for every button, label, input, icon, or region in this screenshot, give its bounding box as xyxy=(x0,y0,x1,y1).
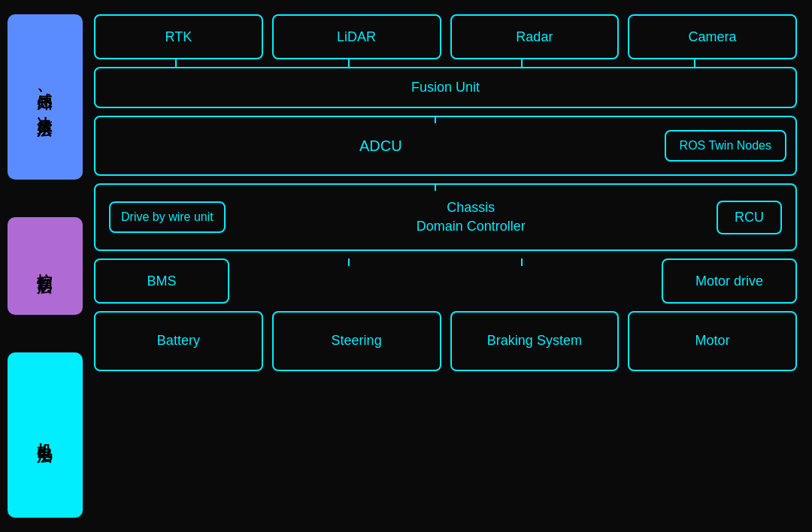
lidar-label: LiDAR xyxy=(337,29,376,45)
rtk-box: RTK xyxy=(94,14,263,59)
braking-label: Braking System xyxy=(487,332,582,349)
motor-drive-label: Motor drive xyxy=(695,274,763,289)
chassis-label-line1: Chassis xyxy=(447,200,495,215)
chassis-row: Drive by wire unit Chassis Domain Contro… xyxy=(94,183,797,251)
steering-label: Steering xyxy=(332,332,382,349)
radar-label: Radar xyxy=(516,29,553,45)
bms-label: BMS xyxy=(147,274,176,289)
fusion-label: Fusion Unit xyxy=(411,80,480,95)
ros-label: ROS Twin Nodes xyxy=(680,139,771,153)
rtk-label: RTK xyxy=(165,29,192,45)
battery-label: Battery xyxy=(157,332,200,349)
perception-label: 感知、决策层 xyxy=(35,80,56,113)
row-bms: BMS Motor drive xyxy=(94,258,797,304)
motor-drive-box: Motor drive xyxy=(662,258,797,304)
row-bottom: Battery Steering Braking System Motor xyxy=(94,311,797,371)
lidar-box: LiDAR xyxy=(272,14,441,59)
control-label: 控制层 xyxy=(35,261,56,271)
chassis-label: Chassis Domain Controller xyxy=(233,198,709,236)
steering-box: Steering xyxy=(272,311,441,371)
radar-box: Radar xyxy=(450,14,620,59)
rcu-label: RCU xyxy=(735,210,764,225)
sidebar-item-control: 控制层 xyxy=(8,217,83,315)
adcu-row: ADCU ROS Twin Nodes xyxy=(94,116,797,176)
mechanical-label: 机电层 xyxy=(35,431,56,440)
rcu-box: RCU xyxy=(717,201,782,234)
sidebar-item-perception: 感知、决策层 xyxy=(8,14,83,180)
braking-box: Braking System xyxy=(450,311,620,371)
sidebar: 感知、决策层 控制层 机电层 xyxy=(8,7,83,525)
bms-box: BMS xyxy=(94,258,229,304)
diagram-content: RTK LiDAR Radar Camera Fusion Unit A xyxy=(83,7,804,525)
bms-spacer xyxy=(238,258,653,304)
ros-box: ROS Twin Nodes xyxy=(665,130,786,162)
adcu-label: ADCU xyxy=(105,138,657,155)
chassis-label-line2: Domain Controller xyxy=(417,219,526,234)
battery-box: Battery xyxy=(94,311,263,371)
diagram-wrapper: RTK LiDAR Radar Camera Fusion Unit A xyxy=(83,7,804,525)
drive-by-wire-label: Drive by wire unit xyxy=(121,210,214,224)
camera-box: Camera xyxy=(628,14,797,59)
motor-label: Motor xyxy=(695,332,730,349)
sidebar-item-mechanical: 机电层 xyxy=(8,352,83,518)
motor-box: Motor xyxy=(628,311,797,371)
drive-by-wire-box: Drive by wire unit xyxy=(109,201,226,233)
fusion-box: Fusion Unit xyxy=(94,67,797,108)
row-sensors: RTK LiDAR Radar Camera xyxy=(94,14,797,59)
camera-label: Camera xyxy=(689,29,737,45)
main-container: 感知、决策层 控制层 机电层 RTK LiDAR Radar xyxy=(8,7,804,525)
